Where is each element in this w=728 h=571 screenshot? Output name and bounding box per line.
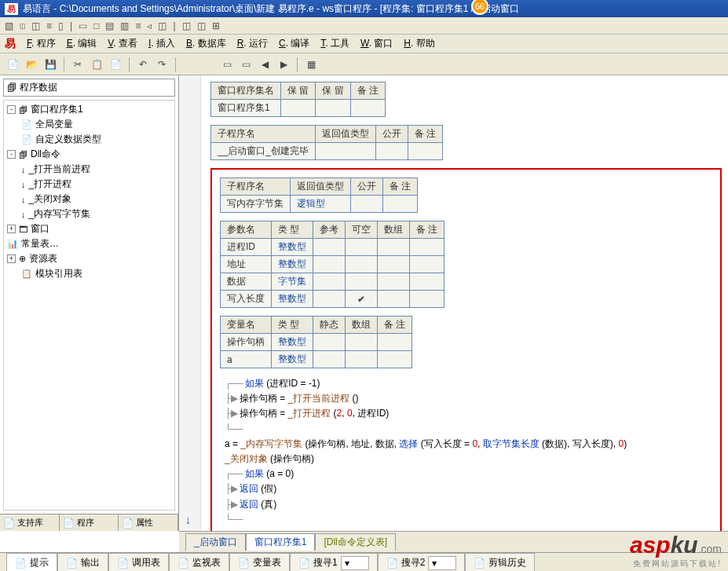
toolbar-button[interactable]: ▭ [238, 57, 254, 72]
small-toolbar: ▧⎅◫≡▯|▭□▤▥≡◃◫|◫◫⊞ [0, 17, 728, 35]
app-logo: 易 [5, 3, 18, 15]
menu-item[interactable]: H. 帮助 [404, 37, 434, 50]
tree-item[interactable]: 📄 全局变量 [7, 117, 171, 132]
toolbar-icon[interactable]: | [70, 20, 72, 31]
toolbar-icon[interactable]: ≡ [135, 20, 141, 31]
highlighted-subroutine: 子程序名返回值类型公开备 注写内存字节集逻辑型 参数名类 型参考可空数组备 注进… [210, 168, 722, 531]
toolbar-button[interactable] [181, 57, 197, 72]
left-tab[interactable]: 📄程序 [60, 514, 119, 531]
tree-item[interactable]: 📊 常量表… [7, 236, 171, 251]
menu-item[interactable]: R. 运行 [237, 37, 268, 50]
tree-item[interactable]: + ⊕ 资源表 [7, 251, 171, 266]
tree-item-icon: 🗔 [19, 225, 27, 234]
subroutine-table-1: 子程序名返回值类型公开备 注__启动窗口_创建完毕 [210, 125, 443, 160]
tree-header: 🗐 程序数据 [3, 79, 175, 97]
toolbar-icon[interactable]: ◫ [158, 20, 166, 31]
bottom-tab[interactable]: 📄输出 [57, 553, 108, 571]
bottom-tab[interactable]: 📄提示 [6, 553, 57, 571]
tree-toggle[interactable]: - [7, 105, 16, 114]
toolbar-button[interactable]: ◀ [257, 57, 273, 72]
tree-toggle[interactable]: + [7, 254, 16, 263]
toolbar-button[interactable]: 📄 [5, 57, 20, 72]
toolbar-button[interactable]: ▶ [276, 57, 291, 72]
toolbar-icon[interactable]: ▯ [58, 20, 64, 31]
menu-item[interactable]: F. 程序 [27, 37, 56, 50]
toolbar-icon[interactable]: ◫ [197, 20, 206, 31]
search-dropdown[interactable]: ▾ [341, 556, 369, 570]
menu-item[interactable]: V. 查看 [108, 37, 137, 50]
bottom-tab[interactable]: 📄搜寻2 ▾ [378, 553, 466, 572]
main-toolbar: 📄📂💾✂📋📄↶↷▭▭◀▶▦ [0, 53, 728, 75]
left-pane: 🗐 程序数据 - 🗐 窗口程序集1📄 全局变量📄 自定义数据类型- 🗐 Dll命… [0, 75, 179, 531]
menu-item[interactable]: E. 编辑 [67, 37, 97, 50]
tree-item[interactable]: 📄 自定义数据类型 [7, 132, 171, 147]
menu-logo: 易 [5, 37, 16, 51]
toolbar-button[interactable]: 💾 [42, 57, 58, 72]
toolbar-button[interactable]: ↷ [154, 57, 170, 72]
menu-item[interactable]: B. 数据库 [186, 37, 226, 50]
tree-item-icon: ↓ [21, 180, 26, 189]
menu-item[interactable]: T. 工具 [320, 37, 349, 50]
editor-tab[interactable]: 窗口程序集1 [246, 533, 316, 551]
toolbar-button[interactable] [200, 57, 216, 72]
editor-tab[interactable]: [Dll命令定义表] [315, 533, 396, 551]
bottom-tab[interactable]: 📄剪辑历史 [465, 553, 535, 571]
code-editor[interactable]: ↓ 窗口程序集名保 留保 留备 注窗口程序集1 子程序名返回值类型公开备 注__… [179, 75, 728, 531]
toolbar-icon[interactable]: ◃ [147, 20, 152, 31]
search-dropdown[interactable]: ▾ [428, 556, 456, 570]
toolbar-icon[interactable]: ▧ [5, 20, 13, 31]
bottom-tab[interactable]: 📄监视表 [169, 553, 229, 571]
menu-item[interactable]: I. 插入 [148, 37, 175, 50]
toolbar-icon[interactable]: ▥ [120, 20, 129, 31]
toolbar-icon[interactable]: ▤ [105, 20, 114, 31]
parameter-table: 参数名类 型参考可空数组备 注进程ID整数型地址整数型数据字节集写入长度整数型✔ [220, 221, 444, 308]
bottom-tab[interactable]: 📄变量表 [229, 553, 290, 571]
toolbar-icon[interactable]: ▭ [79, 20, 87, 31]
toolbar-button[interactable]: 📄 [108, 57, 123, 72]
toolbar-button[interactable]: ▦ [303, 57, 319, 72]
toolbar-icon[interactable]: ◫ [31, 20, 40, 31]
toolbar-icon[interactable]: ⎅ [20, 20, 25, 31]
left-tab[interactable]: 📄属性 [119, 514, 178, 531]
toolbar-button[interactable]: 📋 [89, 57, 104, 72]
watermark: aspku.com 免费网站源码下载站! [630, 532, 722, 569]
tree-item[interactable]: + 🗔 窗口 [7, 221, 171, 236]
toolbar-icon[interactable]: ≡ [46, 20, 52, 31]
program-tree[interactable]: - 🗐 窗口程序集1📄 全局变量📄 自定义数据类型- 🗐 Dll命令↓ _打开当… [3, 100, 175, 511]
toolbar-button[interactable]: ✂ [70, 57, 86, 72]
toolbar-button[interactable]: 📂 [24, 57, 39, 72]
tree-item-icon: 📄 [21, 134, 32, 145]
toolbar-button[interactable]: ↶ [135, 57, 151, 72]
tree-item[interactable]: 📋 模块引用表 [7, 266, 171, 281]
toolbar-icon[interactable]: □ [93, 20, 99, 31]
editor-tab[interactable]: _启动窗口 [185, 533, 246, 551]
tree-toggle[interactable]: + [7, 225, 16, 233]
code-block[interactable]: ┌── 如果 (进程ID = -1) ├▶ 操作句柄 = _打开当前进程 () … [220, 376, 712, 527]
bottom-tab[interactable]: 📄搜寻1 ▾ [290, 553, 378, 572]
tree-toggle[interactable]: - [7, 150, 16, 159]
editor-gutter: ↓ [179, 75, 201, 531]
bottom-panel-tabs: 📄提示📄输出📄调用表📄监视表📄变量表📄搜寻1 ▾📄搜寻2 ▾📄剪辑历史 aspk… [0, 552, 728, 571]
menu-item[interactable]: W. 窗口 [360, 37, 393, 50]
tree-item[interactable]: ↓ _打开当前进程 [7, 162, 171, 177]
tree-item-icon: 🗐 [19, 105, 27, 115]
tree-item[interactable]: ↓ _打开进程 [7, 177, 171, 192]
tree-item[interactable]: ↓ _关闭对象 [7, 192, 171, 207]
menu-item[interactable]: C. 编译 [279, 37, 309, 50]
tree-item[interactable]: ↓ _内存写字节集 [7, 207, 171, 221]
menu-bar: 易 F. 程序E. 编辑V. 查看I. 插入B. 数据库R. 运行C. 编译T.… [0, 35, 728, 53]
tree-item-icon: 🗐 [19, 150, 27, 159]
toolbar-icon[interactable]: ◫ [182, 20, 191, 31]
tree-item-icon: ↓ [21, 195, 26, 204]
tree-icon: 🗐 [7, 82, 16, 93]
left-tab[interactable]: 📄支持库 [0, 514, 60, 531]
toolbar-button[interactable]: ▭ [219, 57, 235, 72]
tree-item[interactable]: - 🗐 Dll命令 [7, 147, 171, 162]
left-pane-tabs: 📄支持库📄程序📄属性 [0, 514, 178, 531]
gutter-arrow-icon: ↓ [185, 514, 191, 526]
toolbar-icon[interactable]: ⊞ [212, 20, 220, 31]
bottom-tab[interactable]: 📄调用表 [108, 553, 169, 571]
toolbar-icon[interactable]: | [173, 20, 175, 31]
tree-item-icon: 📊 [7, 239, 18, 249]
tree-item[interactable]: - 🗐 窗口程序集1 [7, 102, 171, 117]
